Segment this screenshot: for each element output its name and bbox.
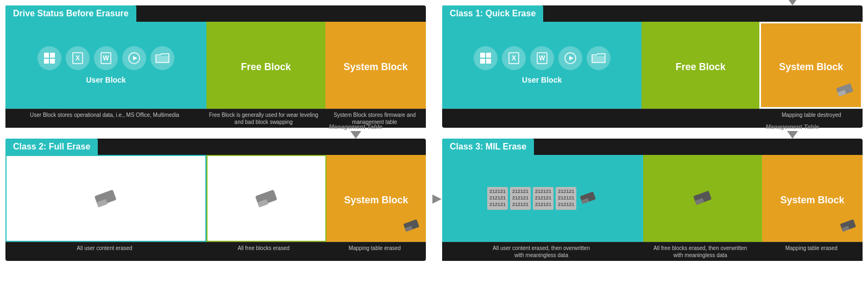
card-title-class1: Class 1: Quick Erase [442, 5, 543, 22]
free-block-2: Free Block [641, 22, 759, 109]
caption-user-1: User Block stores operational data, i.e.… [5, 109, 204, 128]
card-class2: Class 2: Full Erase Management Table [5, 139, 426, 261]
user-block-1: X W [5, 22, 206, 109]
card-drive-status: Drive Status Before Erasure X [5, 5, 426, 128]
caption-user-4: All user content erased, then overwritte… [442, 242, 640, 261]
caption-system-2: Mapping table destroyed [760, 109, 863, 121]
mgmt-arrow-2 [350, 131, 361, 139]
mgmt-arrow-1 [787, 0, 798, 5]
system-block-label-2: System Block [779, 61, 843, 73]
user-block-label-2: User Block [522, 76, 562, 84]
eraser-icon-5 [402, 217, 422, 235]
mil-data-user: 212121212121212121 212121212121212121 21… [484, 183, 601, 214]
system-block-1: System Block [325, 22, 426, 109]
svg-text:W: W [539, 54, 545, 62]
icons-row-1: X W [37, 46, 174, 70]
user-block-label-1: User Block [86, 76, 126, 84]
svg-rect-3 [50, 59, 55, 64]
windows-icon [37, 46, 61, 70]
user-block-2: X W [442, 22, 641, 109]
caption-free-4: All free blocks erased, then overwritten… [640, 242, 760, 261]
data-cell-3: 212121212121212121 [533, 187, 553, 209]
management-table-label-3: Management Table [765, 123, 819, 139]
management-table-label-2: Management Table [329, 123, 382, 139]
excel-icon-2: X [502, 46, 526, 70]
system-block-4: System Block [762, 155, 863, 242]
play-icon [122, 46, 146, 70]
play-icon-2 [558, 46, 582, 70]
excel-icon: X [66, 46, 90, 70]
free-block-label-1: Free Block [241, 61, 291, 73]
folder-icon-2 [587, 46, 611, 70]
caption-free-2 [640, 109, 760, 121]
icons-row-2: X W [474, 46, 611, 70]
system-block-label-3: System Block [344, 195, 408, 206]
mil-arrow: ▶ [432, 191, 442, 205]
eraser-icon-7 [691, 188, 714, 209]
card-class3: Class 3: MIL Erase Management Table ▶ 21… [442, 139, 863, 261]
eraser-icon-3 [92, 186, 119, 211]
svg-marker-19 [569, 56, 574, 60]
card-body-class1: X W [442, 22, 863, 109]
svg-text:W: W [103, 54, 109, 62]
user-block-4: 212121212121212121 212121212121212121 21… [442, 155, 643, 242]
caption-bar-4: All user content erased, then overwritte… [442, 242, 863, 261]
card-title-class3: Class 3: MIL Erase [442, 139, 534, 155]
management-table-label-1: Management Table [765, 0, 819, 5]
svg-rect-11 [486, 53, 491, 58]
caption-free-3: All free blocks erased [204, 242, 324, 254]
folder-icon [150, 46, 174, 70]
caption-bar-3: All user content erased All free blocks … [5, 242, 426, 254]
card-title-class2: Class 2: Full Erase [5, 139, 98, 155]
data-cell-1: 212121212121212121 [487, 187, 508, 209]
system-block-label-1: System Block [343, 61, 407, 73]
caption-user-3: All user content erased [5, 242, 204, 254]
free-block-4 [643, 155, 762, 242]
word-icon-2: W [530, 46, 554, 70]
eraser-icon-4 [253, 186, 280, 211]
diagrams-grid: Drive Status Before Erasure X [5, 5, 863, 261]
card-class1: Class 1: Quick Erase Management Table [442, 5, 863, 128]
caption-bar-2: Mapping table destroyed [442, 109, 863, 121]
user-block-3 [5, 155, 206, 242]
card-title-drive-status: Drive Status Before Erasure [5, 5, 136, 22]
mgmt-arrow-3 [787, 131, 798, 139]
system-block-label-4: System Block [780, 195, 844, 206]
eraser-icon-2 [835, 80, 856, 99]
card-body-class3: ▶ 212121212121212121 212121212121212121 … [442, 155, 863, 242]
svg-text:X: X [76, 54, 80, 62]
caption-user-2 [442, 109, 640, 121]
eraser-icon-8 [839, 217, 858, 235]
svg-rect-2 [44, 59, 49, 64]
card-body-drive-status: X W [5, 22, 426, 109]
svg-text:X: X [512, 54, 516, 62]
eraser-icon-6 [578, 189, 598, 208]
caption-system-4: Mapping table erased [760, 242, 863, 261]
word-icon: W [94, 46, 118, 70]
svg-rect-12 [480, 59, 485, 64]
card-body-class2: System Block [5, 155, 426, 242]
svg-rect-10 [480, 53, 485, 58]
system-block-3: System Block [326, 155, 426, 242]
free-block-3 [206, 155, 326, 242]
svg-rect-1 [50, 53, 55, 58]
data-cell-4: 212121212121212121 [556, 187, 576, 209]
data-cell-2: 212121212121212121 [510, 187, 531, 209]
free-block-label-2: Free Block [676, 61, 726, 73]
caption-free-1: Free Block is generally used for wear le… [204, 109, 324, 128]
system-block-2: System Block [759, 22, 863, 109]
svg-marker-9 [133, 56, 137, 60]
caption-system-3: Mapping table erased [324, 242, 426, 254]
free-block-1: Free Block [206, 22, 325, 109]
svg-rect-13 [486, 59, 491, 64]
windows-icon-2 [474, 46, 498, 70]
svg-rect-0 [44, 53, 49, 58]
